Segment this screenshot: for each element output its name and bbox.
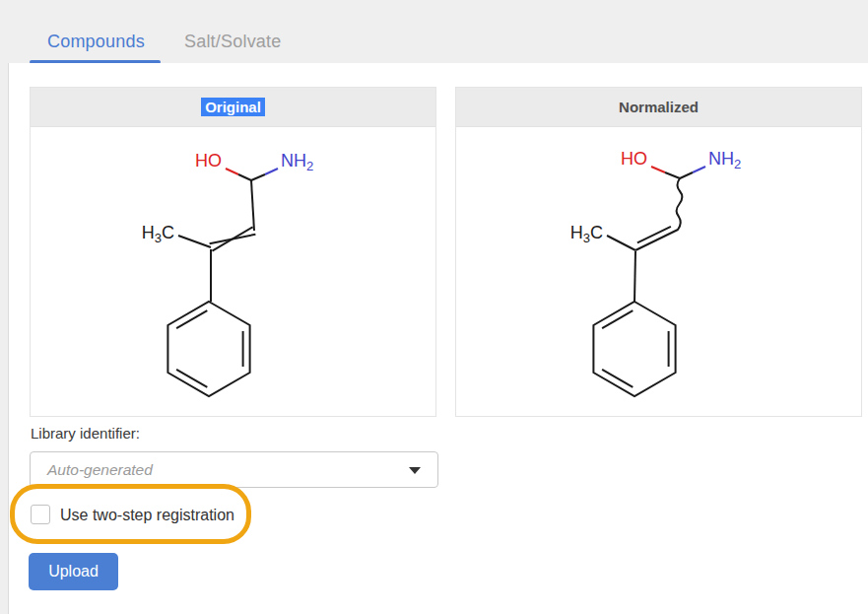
normalized-structure: HO NH2 H3C (456, 127, 861, 417)
ring-link-bond (634, 251, 635, 302)
methyl-bond (178, 236, 211, 247)
benzene-ring (593, 302, 675, 396)
two-step-registration-label: Use two-step registration (60, 507, 234, 524)
double-bond (635, 227, 678, 250)
methyl-bond (607, 236, 635, 250)
hydroxyl-label: HO (195, 151, 222, 171)
library-identifier-label: Library identifier: (31, 425, 140, 442)
benzene-ring (167, 302, 249, 396)
tab-salt-solvate[interactable]: Salt/Solvate (184, 32, 281, 52)
amine-label: NH2 (708, 149, 741, 171)
normalized-panel-header: Normalized (456, 88, 861, 127)
oxygen-bond (651, 167, 665, 172)
original-structure-area: HO NH2 H3C (31, 127, 435, 417)
hydroxyl-label: HO (621, 149, 647, 169)
two-step-registration-checkbox[interactable] (31, 505, 50, 524)
chevron-down-icon (409, 467, 421, 474)
normalized-structure-area: HO NH2 H3C (456, 127, 861, 417)
normalized-panel: Normalized HO NH2 H3C (455, 87, 862, 417)
nitrogen-bond (693, 167, 705, 172)
oxygen-bond (226, 169, 238, 174)
library-identifier-dropdown[interactable]: Auto-generated (30, 451, 438, 488)
original-structure: HO NH2 H3C (31, 127, 435, 417)
methyl-label: H3C (570, 223, 603, 245)
original-panel-header: Original (31, 88, 435, 127)
chain-bond (251, 180, 254, 231)
normalized-title: Normalized (619, 99, 699, 115)
dropdown-selected-value: Auto-generated (47, 452, 153, 487)
crossed-double-bond (210, 227, 256, 250)
wavy-bond (677, 178, 683, 230)
original-panel: Original HO NH2 H3C (30, 87, 436, 417)
upload-button[interactable]: Upload (29, 553, 118, 590)
nitrogen-bond (265, 169, 278, 174)
methyl-label: H3C (142, 223, 174, 245)
original-title: Original (201, 98, 265, 116)
amine-label: NH2 (281, 151, 313, 173)
compound-registration-window: Compounds Salt/Solvate Original HO NH2 H… (0, 0, 868, 614)
tab-compounds[interactable]: Compounds (47, 32, 145, 52)
